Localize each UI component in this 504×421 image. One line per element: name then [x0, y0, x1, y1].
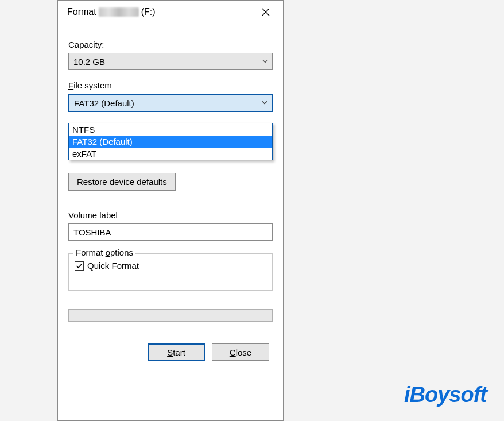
- progress-bar: [68, 309, 273, 322]
- action-row: Start Close: [68, 343, 273, 361]
- quick-format-label: Quick Format: [87, 261, 139, 271]
- format-options-group: Format options Quick Format: [68, 253, 273, 291]
- watermark-logo: iBoysoft: [404, 383, 487, 407]
- format-options-legend: Format options: [73, 248, 135, 257]
- capacity-value: 10.2 GB: [73, 57, 105, 67]
- dialog-body: Capacity: 10.2 GB File system FAT32 (Def…: [58, 24, 283, 368]
- restore-defaults-button[interactable]: Restore device defaults: [68, 173, 176, 191]
- close-icon: [262, 8, 270, 16]
- format-dialog: Format (F:) Capacity: 10.2 GB File syste…: [57, 0, 284, 421]
- volume-label-input[interactable]: [68, 223, 273, 241]
- filesystem-value: FAT32 (Default): [74, 98, 134, 108]
- check-icon: [76, 262, 83, 269]
- quick-format-checkbox[interactable]: [75, 261, 84, 271]
- title-prefix: Format: [67, 7, 96, 17]
- dropdown-option-exfat[interactable]: exFAT: [69, 148, 272, 160]
- title-redacted: [99, 7, 139, 17]
- titlebar: Format (F:): [58, 1, 283, 24]
- chevron-down-icon: [262, 57, 269, 67]
- start-button[interactable]: Start: [148, 343, 205, 361]
- capacity-select[interactable]: 10.2 GB: [68, 53, 273, 70]
- close-button-action[interactable]: Close: [212, 343, 269, 361]
- dropdown-option-fat32[interactable]: FAT32 (Default): [69, 136, 272, 148]
- filesystem-select[interactable]: FAT32 (Default): [68, 94, 273, 112]
- window-title: Format (F:): [67, 7, 254, 17]
- filesystem-dropdown[interactable]: NTFS FAT32 (Default) exFAT: [68, 123, 273, 160]
- close-button[interactable]: [254, 3, 277, 21]
- quick-format-row: Quick Format: [75, 261, 266, 271]
- chevron-down-icon: [261, 98, 268, 108]
- title-suffix: (F:): [141, 7, 156, 17]
- volume-label: Volume label: [68, 210, 273, 220]
- dropdown-option-ntfs[interactable]: NTFS: [69, 123, 272, 136]
- capacity-label: Capacity:: [68, 40, 273, 49]
- filesystem-label: File system: [68, 80, 273, 90]
